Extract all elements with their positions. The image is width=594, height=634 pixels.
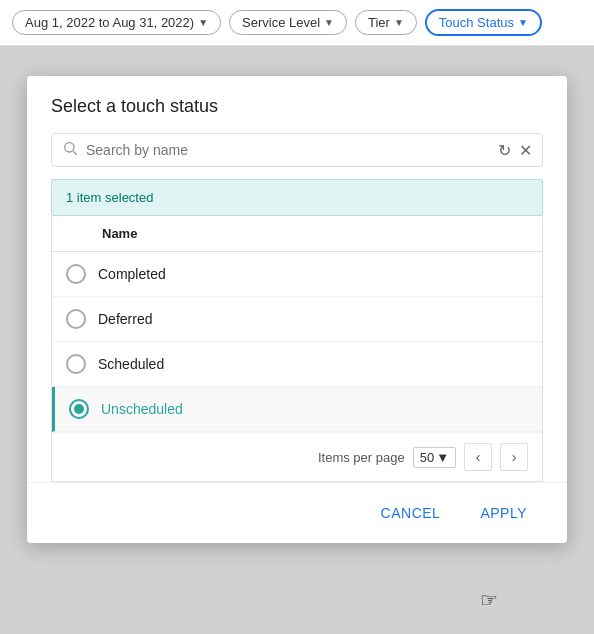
date-range-chip[interactable]: Aug 1, 2022 to Aug 31, 2022) ▼ [12,10,221,35]
tier-label: Tier [368,15,390,30]
table-row-selected[interactable]: Unscheduled [52,387,542,432]
background-content: Select a touch status ↻ ✕ 1 item selecte… [0,46,594,634]
service-level-label: Service Level [242,15,320,30]
row-label-completed: Completed [98,266,166,282]
tier-chevron: ▼ [394,17,404,28]
modal-dialog: Select a touch status ↻ ✕ 1 item selecte… [27,76,567,543]
table-header: Name [52,216,542,252]
search-icon [62,140,78,160]
row-label-deferred: Deferred [98,311,152,327]
row-label-scheduled: Scheduled [98,356,164,372]
modal-overlay: Select a touch status ↻ ✕ 1 item selecte… [0,46,594,634]
radio-scheduled[interactable] [66,354,86,374]
touch-status-chevron: ▼ [518,17,528,28]
tier-chip[interactable]: Tier ▼ [355,10,417,35]
radio-completed[interactable] [66,264,86,284]
date-range-chevron: ▼ [198,17,208,28]
table-row[interactable]: Scheduled [52,342,542,387]
pagination-select-chevron: ▼ [436,450,449,465]
service-level-chevron: ▼ [324,17,334,28]
items-per-page-label: Items per page [318,450,405,465]
svg-line-1 [73,151,76,154]
toolbar: Aug 1, 2022 to Aug 31, 2022) ▼ Service L… [0,0,594,46]
pagination-row: Items per page 50 ▼ ‹ › [52,432,542,481]
date-range-label: Aug 1, 2022 to Aug 31, 2022) [25,15,194,30]
touch-status-chip[interactable]: Touch Status ▼ [425,9,542,36]
refresh-icon[interactable]: ↻ [498,141,511,160]
modal-title: Select a touch status [27,76,567,133]
items-per-page-value: 50 [420,450,434,465]
service-level-chip[interactable]: Service Level ▼ [229,10,347,35]
radio-deferred[interactable] [66,309,86,329]
row-label-unscheduled: Unscheduled [101,401,183,417]
apply-button[interactable]: APPLY [464,497,543,529]
search-input[interactable] [86,142,490,158]
radio-inner [74,404,84,414]
radio-unscheduled[interactable] [69,399,89,419]
table-container: Name Completed Deferred Scheduled [51,216,543,482]
close-icon[interactable]: ✕ [519,141,532,160]
table-row[interactable]: Deferred [52,297,542,342]
cancel-button[interactable]: CANCEL [365,497,457,529]
touch-status-label: Touch Status [439,15,514,30]
modal-footer: CANCEL APPLY [27,482,567,543]
table-row[interactable]: Completed [52,252,542,297]
selected-banner: 1 item selected [51,179,543,216]
column-header-name: Name [66,226,137,241]
svg-point-0 [65,143,74,152]
search-bar: ↻ ✕ [51,133,543,167]
items-per-page-select[interactable]: 50 ▼ [413,447,456,468]
pagination-prev[interactable]: ‹ [464,443,492,471]
pagination-next[interactable]: › [500,443,528,471]
